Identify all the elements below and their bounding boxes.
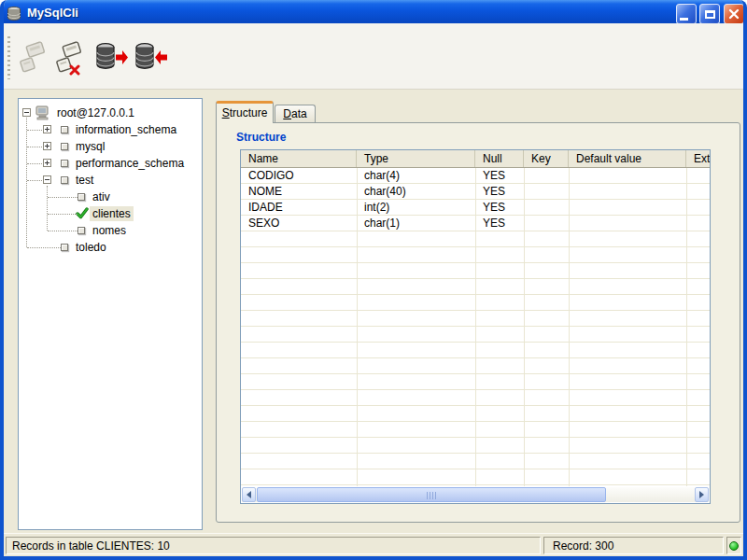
cell-name[interactable]: CODIGO	[241, 168, 357, 184]
tree-item-mysql[interactable]: mysql	[19, 138, 202, 155]
tree-line	[48, 231, 78, 231]
table-body: CODIGO char(4) YES NOME char(40) YES IDA…	[241, 168, 710, 486]
cell-extra[interactable]	[686, 168, 710, 184]
database-import-icon	[133, 40, 168, 76]
tree-line	[27, 163, 44, 164]
cell-default[interactable]	[569, 200, 686, 216]
tree-item-label[interactable]: information_schema	[73, 122, 179, 137]
cell-extra[interactable]	[686, 200, 710, 216]
database-export-button[interactable]	[93, 40, 129, 76]
tab-data[interactable]: Data	[275, 105, 316, 122]
horizontal-scrollbar[interactable]	[242, 487, 709, 502]
column-header-key[interactable]: Key	[524, 150, 569, 167]
tree-item-information-schema[interactable]: information_schema	[19, 121, 202, 138]
expand-toggle[interactable]	[43, 125, 51, 133]
cell-null[interactable]: YES	[475, 216, 524, 231]
tree-item-label[interactable]: nomes	[90, 223, 129, 238]
left-arrow-icon	[247, 491, 251, 498]
cell-extra[interactable]	[686, 216, 710, 231]
tree-item-label[interactable]: clientes	[90, 206, 134, 221]
tree-item-label[interactable]: mysql	[73, 139, 107, 154]
tree-item-performance-schema[interactable]: performance_schema	[19, 155, 202, 172]
close-icon	[728, 8, 740, 20]
app-database-icon	[7, 6, 22, 21]
cell-null[interactable]: YES	[475, 200, 524, 216]
status-records-text: Records in table CLIENTES: 10	[12, 539, 170, 553]
cell-null[interactable]: YES	[475, 184, 524, 200]
tree-line	[48, 214, 78, 215]
cell-extra[interactable]	[686, 184, 710, 200]
tree-item-root[interactable]: root@127.0.0.1	[19, 105, 202, 121]
thumb-grip-icon	[427, 492, 436, 499]
expand-toggle[interactable]	[43, 142, 51, 150]
check-icon	[76, 207, 89, 219]
tab-structure[interactable]: Structure	[216, 101, 274, 123]
cell-key[interactable]	[524, 168, 569, 184]
maximize-button[interactable]	[699, 4, 720, 24]
column-header-extra[interactable]: Ext	[686, 150, 710, 167]
minimize-button[interactable]	[676, 4, 697, 24]
tree-line	[48, 197, 78, 198]
expand-toggle[interactable]	[43, 159, 51, 167]
maximize-icon	[705, 10, 715, 19]
collapse-toggle[interactable]	[43, 175, 51, 184]
tree-line	[27, 147, 44, 147]
cell-default[interactable]	[569, 184, 686, 200]
column-header-null[interactable]: Null	[475, 150, 524, 167]
cell-key[interactable]	[524, 184, 569, 200]
tree-line	[27, 130, 44, 131]
cell-type[interactable]: char(40)	[357, 184, 475, 200]
disconnect-button[interactable]	[52, 40, 88, 76]
database-tree: root@127.0.0.1 information_schema mysql …	[18, 98, 203, 530]
cell-type[interactable]: int(2)	[357, 200, 475, 216]
status-record-text: Record: 300	[553, 539, 613, 553]
tree-item-label[interactable]: toledo	[73, 240, 109, 255]
tree-item-label[interactable]: test	[73, 173, 96, 188]
database-import-button[interactable]	[133, 40, 168, 76]
toolbar-grip[interactable]	[7, 36, 10, 79]
tree-line	[27, 180, 44, 181]
tab-label: Structure	[222, 106, 268, 119]
table-row[interactable]: NOME char(40) YES	[241, 184, 710, 200]
tree-item-label[interactable]: performance_schema	[73, 156, 187, 171]
app-window: MySqlCli	[0, 0, 747, 560]
column-header-type[interactable]: Type	[357, 150, 475, 167]
tree-line	[27, 247, 61, 248]
status-bar: Records in table CLIENTES: 10 Record: 30…	[4, 533, 743, 556]
cell-key[interactable]	[524, 216, 569, 231]
tree-item-label[interactable]: root@127.0.0.1	[54, 105, 137, 120]
tree-line	[47, 186, 48, 231]
close-button[interactable]	[724, 4, 744, 24]
database-node-icon	[61, 126, 68, 133]
minimize-icon	[680, 18, 688, 21]
cell-type[interactable]: char(4)	[357, 168, 475, 184]
collapse-toggle[interactable]	[22, 108, 31, 117]
table-header-row: Name Type Null Key Default value Ext	[241, 150, 710, 168]
database-node-icon	[61, 143, 68, 150]
table-node-icon	[78, 227, 85, 234]
groupbox-title: Structure	[233, 131, 289, 144]
scrollbar-thumb[interactable]	[257, 487, 606, 502]
status-led-panel	[726, 537, 741, 554]
cell-name[interactable]: NOME	[241, 184, 357, 200]
disconnect-icon	[52, 40, 88, 76]
cell-type[interactable]: char(1)	[357, 216, 475, 231]
cell-name[interactable]: SEXO	[241, 216, 357, 231]
table-row[interactable]: CODIGO char(4) YES	[241, 168, 710, 184]
scroll-right-button[interactable]	[695, 487, 709, 502]
cell-null[interactable]: YES	[475, 168, 524, 184]
table-row[interactable]: SEXO char(1) YES	[241, 216, 710, 231]
status-record-panel: Record: 300	[543, 537, 724, 554]
cell-default[interactable]	[569, 216, 686, 231]
cell-default[interactable]	[569, 168, 686, 184]
server-icon	[35, 105, 50, 120]
column-header-default-value[interactable]: Default value	[569, 150, 686, 167]
scroll-left-button[interactable]	[242, 487, 256, 502]
tree-item-label[interactable]: ativ	[90, 189, 113, 204]
column-header-name[interactable]: Name	[241, 150, 357, 167]
cell-name[interactable]: IDADE	[241, 200, 357, 216]
cell-key[interactable]	[524, 200, 569, 216]
toolbar	[4, 23, 743, 90]
table-row[interactable]: IDADE int(2) YES	[241, 200, 710, 216]
connect-button[interactable]	[16, 40, 51, 76]
